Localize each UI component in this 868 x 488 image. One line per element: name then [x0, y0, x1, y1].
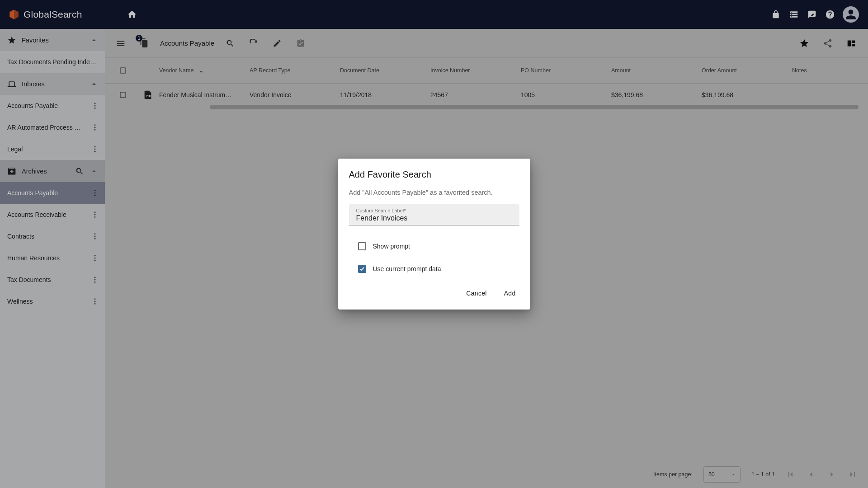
show-prompt-checkbox-row[interactable]: Show prompt [358, 238, 519, 254]
checkbox-checked-icon[interactable] [358, 265, 366, 273]
dialog-subtitle: Add "All Accounts Payable" as a favorite… [349, 189, 519, 196]
custom-label-field[interactable]: Custom Search Label* [349, 204, 519, 225]
custom-label-input[interactable] [356, 214, 513, 222]
cancel-button[interactable]: Cancel [462, 287, 490, 300]
show-prompt-label: Show prompt [373, 243, 410, 250]
field-label: Custom Search Label* [356, 208, 513, 213]
add-button[interactable]: Add [500, 287, 519, 300]
use-current-checkbox-row[interactable]: Use current prompt data [358, 261, 519, 277]
use-current-label: Use current prompt data [373, 265, 441, 272]
add-favorite-dialog: Add Favorite Search Add "All Accounts Pa… [338, 159, 530, 310]
dialog-scrim[interactable]: Add Favorite Search Add "All Accounts Pa… [0, 0, 868, 488]
dialog-title: Add Favorite Search [349, 169, 519, 180]
checkbox-unchecked-icon[interactable] [358, 242, 366, 250]
